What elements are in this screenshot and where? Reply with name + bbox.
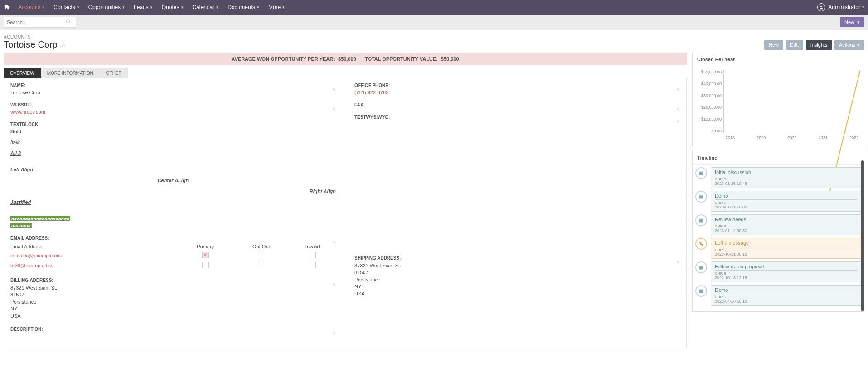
title-area: ACCOUNTS Tortoise Corp ☆ New Edit Insigh…	[0, 30, 868, 53]
timeline-item[interactable]: Left a messageCHRIS2022-10-21 08:18	[695, 238, 861, 259]
timeline-item[interactable]: Review needsCHRIS2023-01-12 00:30	[695, 214, 861, 235]
timeline-item-author: CHRIS	[715, 248, 857, 252]
x-tick: 2021	[819, 136, 828, 140]
timeline-item-author: CHRIS	[715, 271, 857, 276]
primary-checkbox[interactable]	[202, 252, 209, 258]
caret-icon: ▾	[77, 5, 79, 10]
timeline-content: Left a messageCHRIS2022-10-21 08:18	[711, 238, 861, 259]
new-button[interactable]: New	[764, 40, 783, 50]
search-input[interactable]	[7, 19, 66, 25]
calendar-icon	[695, 191, 707, 203]
edit-pencil-icon[interactable]: ✎	[332, 107, 336, 112]
x-tick: 2020	[787, 136, 796, 140]
name-value: Tortoise Corp	[10, 90, 336, 95]
caret-icon: ▾	[282, 5, 285, 10]
timeline-item-title: Initial discussion	[715, 169, 857, 176]
svg-rect-8	[699, 219, 703, 220]
timeline-item[interactable]: DemoCHRIS2023-01-21 10:00	[695, 191, 861, 212]
email-link[interactable]: im.sales@example.edu	[10, 253, 63, 258]
edit-pencil-icon[interactable]: ✎	[676, 260, 680, 265]
website-link[interactable]: www.hrdev.com	[10, 109, 45, 115]
timeline-content: DemoCHRIS2023-01-21 10:00	[711, 191, 861, 212]
edit-pencil-icon[interactable]: ✎	[676, 87, 680, 92]
svg-rect-12	[699, 290, 703, 290]
svg-rect-4	[699, 172, 703, 173]
edit-pencil-icon[interactable]: ✎	[332, 331, 336, 336]
edit-pencil-icon[interactable]: ✎	[676, 119, 680, 124]
tab-other[interactable]: OTHER	[100, 68, 128, 78]
email-header-invalid: Invalid	[289, 242, 336, 251]
timeline-item-date: 2023-01-21 10:00	[715, 205, 857, 209]
timeline-item[interactable]: Follow-up on proposalCHRIS2022-10-13 12:…	[695, 261, 861, 282]
timeline-item[interactable]: DemoCHRIS2022-04-18 18:18	[695, 285, 861, 306]
top-nav: Accounts▾Contacts▾Opportunities▾Leads▾Qu…	[0, 0, 868, 15]
shipping-addr: 87321 West Siam St. 81507 Persistance NY…	[354, 262, 680, 297]
search-icon[interactable]	[66, 19, 71, 26]
nav-documents[interactable]: Documents▾	[223, 0, 264, 15]
nav-opportunities[interactable]: Opportunities▾	[84, 0, 129, 15]
y-tick: $40,000.00	[696, 82, 722, 86]
phone-link[interactable]: (781) 822-3782	[354, 90, 388, 95]
user-name: Administrator	[828, 4, 860, 10]
timeline-content: Review needsCHRIS2023-01-12 00:30	[711, 214, 861, 235]
y-tick: $20,000.00	[696, 105, 722, 110]
caret-icon: ▾	[150, 5, 153, 10]
y-tick: $50,000.00	[696, 70, 722, 74]
invalid-checkbox[interactable]	[310, 252, 316, 258]
email-label: EMAIL ADDRESS:	[10, 236, 336, 241]
optout-checkbox[interactable]	[258, 262, 264, 268]
fax-label: FAX:	[354, 102, 680, 107]
user-menu[interactable]: Administrator ▾	[817, 3, 864, 11]
nav-more[interactable]: More▾	[264, 0, 289, 15]
testwys-label: TESTWYSIWYG:	[354, 115, 680, 120]
invalid-checkbox[interactable]	[310, 262, 316, 268]
timeline-item-title: Demo	[715, 287, 857, 294]
svg-rect-6	[699, 195, 703, 196]
timeline-item-title: Left a message	[715, 240, 857, 247]
new-button-top[interactable]: New ▾	[840, 17, 864, 27]
timeline-item-title: Demo	[715, 193, 857, 200]
name-label: NAME:	[10, 83, 336, 88]
edit-pencil-icon[interactable]: ✎	[332, 282, 336, 287]
caret-icon: ▾	[181, 5, 184, 10]
insights-button[interactable]: Insights	[806, 40, 832, 50]
avg-won-label: AVERAGE WON OPPORTUNITY PER YEAR:	[231, 56, 335, 62]
shipping-label: SHIPPING ADDRESS:	[354, 256, 680, 261]
edit-button[interactable]: Edit	[786, 40, 803, 50]
edit-pencil-icon[interactable]: ✎	[332, 87, 336, 92]
billing-label: BILLING ADDRESS:	[10, 278, 336, 283]
email-link[interactable]: hr38@example.biz	[10, 263, 52, 268]
svg-point-0	[821, 6, 822, 7]
scrollbar[interactable]	[861, 160, 864, 311]
caret-icon: ▾	[216, 5, 218, 10]
timeline-item[interactable]: Initial discussionCHRIS2023-01-25 10:48	[695, 167, 861, 188]
search-wrap	[4, 17, 76, 28]
actions-button[interactable]: Actions ▾	[834, 40, 864, 50]
nav-accounts[interactable]: Accounts▾	[14, 0, 49, 15]
calendar-icon	[695, 214, 707, 226]
nav-calendar[interactable]: Calendar▾	[188, 0, 223, 15]
nav-quotes[interactable]: Quotes▾	[157, 0, 188, 15]
favorite-star-icon[interactable]: ☆	[60, 40, 67, 49]
edit-pencil-icon[interactable]: ✎	[676, 107, 680, 112]
timeline-item-title: Follow-up on proposal	[715, 264, 857, 271]
timeline-item-author: CHRIS	[715, 295, 857, 299]
email-row: im.sales@example.edu	[10, 251, 336, 261]
home-icon[interactable]	[4, 4, 10, 11]
optout-checkbox[interactable]	[258, 252, 264, 258]
title-actions: New Edit Insights Actions ▾	[763, 40, 864, 50]
tab-overview[interactable]: OVERVIEW	[4, 68, 41, 78]
email-header-primary: Primary	[178, 242, 233, 251]
textblock-label: TEXTBLOCK:	[10, 122, 336, 127]
edit-pencil-icon[interactable]: ✎	[332, 240, 336, 245]
x-tick: 2018	[726, 136, 735, 140]
total-opp-value: $50,000	[441, 56, 459, 62]
nav-contacts[interactable]: Contacts▾	[49, 0, 83, 15]
nav-leads[interactable]: Leads▾	[129, 0, 157, 15]
timeline-item-author: CHRIS	[715, 177, 857, 181]
primary-checkbox[interactable]	[202, 262, 209, 268]
timeline-item-date: 2023-01-25 10:48	[715, 181, 857, 186]
tab-more-info[interactable]: MORE INFORMATION	[41, 68, 100, 78]
closed-card-title: Closed Per Year	[693, 53, 864, 66]
billing-addr: 87321 West Siam St. 81507 Persistance NY…	[10, 285, 336, 319]
